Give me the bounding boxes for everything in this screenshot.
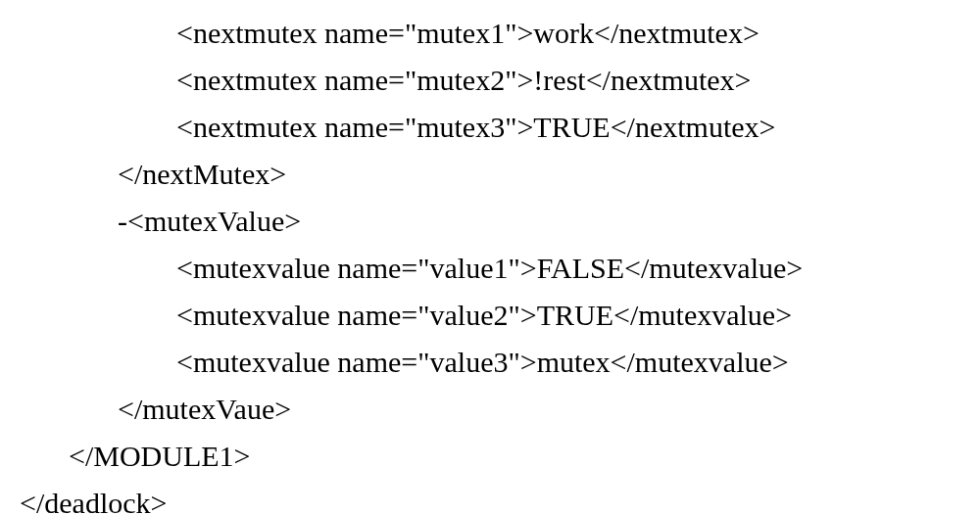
code-line: </mutexVaue> xyxy=(0,386,980,433)
code-line: <nextmutex name="mutex3">TRUE</nextmutex… xyxy=(0,104,980,151)
code-line: </MODULE1> xyxy=(0,433,980,480)
code-line: <nextmutex name="mutex1">work</nextmutex… xyxy=(0,10,980,57)
code-line: </deadlock> xyxy=(0,480,980,515)
code-line: <mutexvalue name="value3">mutex</mutexva… xyxy=(0,339,980,386)
code-line: <nextmutex name="mutex2">!rest</nextmute… xyxy=(0,57,980,104)
code-line: -<mutexValue> xyxy=(0,198,980,245)
code-line: </nextMutex> xyxy=(0,151,980,198)
code-line: <mutexvalue name="value2">TRUE</mutexval… xyxy=(0,292,980,339)
code-line: <mutexvalue name="value1">FALSE</mutexva… xyxy=(0,245,980,292)
code-document: <nextmutex name="mutex1">work</nextmutex… xyxy=(0,10,980,515)
